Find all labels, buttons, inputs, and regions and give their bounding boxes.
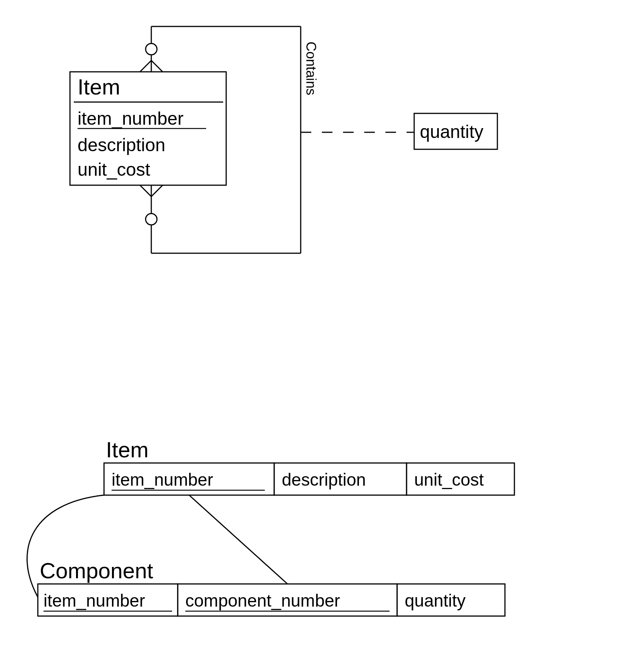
table-component-col-2: quantity: [405, 591, 466, 610]
crowfoot-bottom-right: [151, 185, 163, 197]
entity-attr-2: unit_cost: [78, 159, 150, 180]
relationship-label: Contains: [303, 42, 319, 95]
table-component-col-0: item_number: [43, 591, 145, 610]
cardinality-bottom-circle-icon: [146, 214, 157, 225]
entity-attr-0: item_number: [78, 108, 183, 129]
table-item-title: Item: [106, 437, 149, 462]
table-item-col-1: description: [282, 470, 366, 489]
crowfoot-top-left: [140, 60, 151, 72]
cardinality-top-circle-icon: [146, 43, 157, 55]
crowfoot-top-right: [151, 60, 163, 72]
fk-connector-1: [189, 495, 287, 584]
table-item-col-2: unit_cost: [414, 470, 484, 489]
table-item-col-0: item_number: [112, 470, 213, 489]
crowfoot-bottom-left: [140, 185, 151, 197]
diagram-canvas: Item item_number description unit_cost C…: [0, 0, 643, 672]
entity-attr-1: description: [78, 135, 165, 155]
table-component-title: Component: [40, 558, 153, 583]
assoc-attr-label: quantity: [420, 122, 483, 142]
table-component-col-1: component_number: [185, 591, 340, 610]
entity-item-title: Item: [78, 74, 120, 99]
